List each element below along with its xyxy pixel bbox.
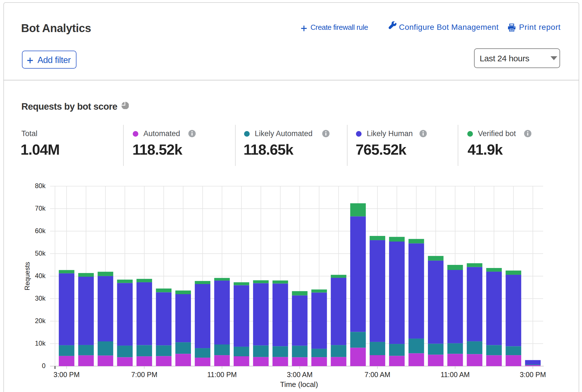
svg-text:0: 0 — [42, 362, 46, 370]
svg-text:80k: 80k — [35, 182, 46, 190]
svg-text:11:00 AM: 11:00 AM — [441, 371, 470, 379]
svg-text:70k: 70k — [35, 205, 46, 212]
svg-text:30k: 30k — [35, 295, 46, 302]
svg-text:11:00 PM: 11:00 PM — [207, 371, 237, 379]
svg-text:7:00 AM: 7:00 AM — [365, 371, 391, 379]
svg-text:3:00 AM: 3:00 AM — [287, 371, 313, 379]
svg-text:60k: 60k — [35, 227, 46, 235]
svg-text:7:00 PM: 7:00 PM — [131, 371, 157, 379]
svg-text:Requests: Requests — [23, 262, 31, 290]
svg-text:3:00 PM: 3:00 PM — [520, 371, 546, 379]
svg-text:40k: 40k — [35, 272, 46, 280]
svg-text:Time (local): Time (local) — [280, 380, 318, 389]
svg-text:20k: 20k — [35, 317, 46, 325]
svg-text:10k: 10k — [35, 340, 46, 347]
svg-text:3:00 PM: 3:00 PM — [53, 371, 80, 379]
svg-text:50k: 50k — [35, 250, 46, 257]
